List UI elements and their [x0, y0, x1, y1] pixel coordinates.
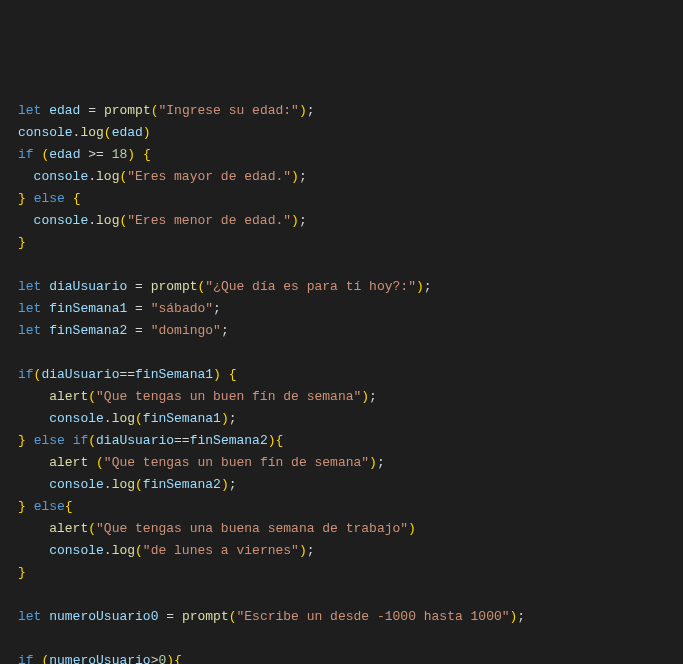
code-line: console.log("de lunes a viernes");	[18, 543, 315, 558]
obj-console: console	[34, 169, 89, 184]
code-line: let numeroUsuario0 = prompt("Escribe un …	[18, 609, 525, 624]
code-line: console.log(finSemana1);	[18, 411, 237, 426]
code-line: let diaUsuario = prompt("¿Que día es par…	[18, 279, 432, 294]
var-finSemana1: finSemana1	[135, 367, 213, 382]
string: "¿Que día es para tí hoy?:"	[205, 279, 416, 294]
code-line: } else {	[18, 191, 80, 206]
keyword-let: let	[18, 301, 41, 316]
fn-log: log	[112, 543, 135, 558]
string: "domingo"	[151, 323, 221, 338]
var-diaUsuario: diaUsuario	[41, 367, 119, 382]
fn-alert: alert	[49, 389, 88, 404]
string: "Eres menor de edad."	[127, 213, 291, 228]
string: "Que tengas un buen fín de semana"	[96, 389, 361, 404]
keyword-if: if	[18, 367, 34, 382]
var-finSemana2: finSemana2	[143, 477, 221, 492]
fn-log: log	[96, 169, 119, 184]
code-line: console.log("Eres menor de edad.");	[18, 213, 307, 228]
fn-log: log	[112, 477, 135, 492]
code-line: console.log(edad)	[18, 125, 151, 140]
code-line: console.log("Eres mayor de edad.");	[18, 169, 307, 184]
string: "Que tengas una buena semana de trabajo"	[96, 521, 408, 536]
obj-console: console	[49, 543, 104, 558]
string: "Eres mayor de edad."	[127, 169, 291, 184]
code-line: let finSemana2 = "domingo";	[18, 323, 229, 338]
fn-log: log	[80, 125, 103, 140]
string: "de lunes a viernes"	[143, 543, 299, 558]
code-line: let edad = prompt("Ingrese su edad:");	[18, 103, 315, 118]
code-line: } else if(diaUsuario==finSemana2){	[18, 433, 283, 448]
obj-console: console	[34, 213, 89, 228]
code-line: alert("Que tengas un buen fín de semana"…	[18, 389, 377, 404]
code-line: } else{	[18, 499, 73, 514]
keyword-if: if	[18, 653, 34, 664]
fn-prompt: prompt	[151, 279, 198, 294]
keyword-let: let	[18, 609, 41, 624]
var-diaUsuario: diaUsuario	[96, 433, 174, 448]
var-edad: edad	[112, 125, 143, 140]
code-line: if(diaUsuario==finSemana1) {	[18, 367, 237, 382]
keyword-if: if	[18, 147, 34, 162]
var-finSemana1: finSemana1	[49, 301, 127, 316]
fn-log: log	[112, 411, 135, 426]
number: 18	[112, 147, 128, 162]
string: "sábado"	[151, 301, 213, 316]
code-line: if (edad >= 18) {	[18, 147, 151, 162]
code-line: }	[18, 565, 26, 580]
keyword-let: let	[18, 323, 41, 338]
obj-console: console	[49, 477, 104, 492]
keyword-elseif: else if	[34, 433, 89, 448]
fn-alert: alert	[49, 455, 88, 470]
code-line: alert ("Que tengas un buen fín de semana…	[18, 455, 385, 470]
fn-prompt: prompt	[182, 609, 229, 624]
var-diaUsuario: diaUsuario	[49, 279, 127, 294]
keyword-else: else	[34, 191, 65, 206]
var-numeroUsuario: numeroUsuario	[49, 653, 150, 664]
obj-console: console	[49, 411, 104, 426]
fn-prompt: prompt	[104, 103, 151, 118]
var-finSemana2: finSemana2	[190, 433, 268, 448]
fn-alert: alert	[49, 521, 88, 536]
code-line: console.log(finSemana2);	[18, 477, 237, 492]
keyword-else: else	[34, 499, 65, 514]
var-edad: edad	[49, 103, 80, 118]
var-finSemana1: finSemana1	[143, 411, 221, 426]
code-line: alert("Que tengas una buena semana de tr…	[18, 521, 416, 536]
string: "Escribe un desde -1000 hasta 1000"	[237, 609, 510, 624]
obj-console: console	[18, 125, 73, 140]
keyword-let: let	[18, 103, 41, 118]
var-edad: edad	[49, 147, 80, 162]
code-line: }	[18, 235, 26, 250]
code-line: if (numeroUsuario>0){	[18, 653, 182, 664]
string: "Ingrese su edad:"	[159, 103, 299, 118]
fn-log: log	[96, 213, 119, 228]
code-line: let finSemana1 = "sábado";	[18, 301, 221, 316]
var-numeroUsuario0: numeroUsuario0	[49, 609, 158, 624]
code-editor[interactable]: let edad = prompt("Ingrese su edad:"); c…	[18, 100, 665, 664]
string: "Que tengas un buen fín de semana"	[104, 455, 369, 470]
var-finSemana2: finSemana2	[49, 323, 127, 338]
keyword-let: let	[18, 279, 41, 294]
